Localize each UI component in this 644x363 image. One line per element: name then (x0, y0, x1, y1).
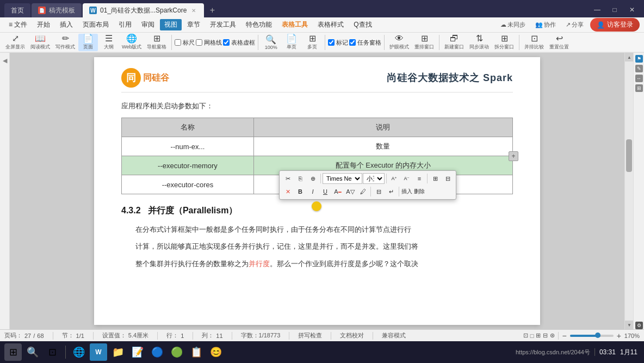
right-panel-icon-4[interactable]: ⊞ (635, 84, 643, 92)
table-cell-name-exec-mem[interactable]: --executor-memory (122, 156, 254, 175)
fmt-enter[interactable]: ↵ (385, 186, 397, 197)
menu-table-style[interactable]: 表格样式 (313, 19, 348, 30)
add-col-button[interactable]: + (509, 151, 518, 161)
fmt-underline[interactable]: U (319, 186, 331, 197)
writing-mode-button[interactable]: ✏ 写作模式 (53, 34, 77, 51)
menu-file[interactable]: ≡ 文件 (4, 19, 32, 30)
zoom-thumb[interactable] (595, 333, 600, 338)
ruler-checkbox[interactable]: 标尺 (175, 39, 195, 47)
taskbar-app6[interactable]: 🟢 (168, 343, 185, 361)
taskbar-word[interactable]: W (90, 343, 107, 361)
new-window-button[interactable]: 🗗 新建窗口 (442, 34, 466, 51)
right-panel-icon-3[interactable]: ↔ (635, 75, 643, 82)
scroll-thumb[interactable] (626, 139, 632, 172)
zoom-display[interactable]: 🔍 100% (261, 34, 281, 51)
taskbar-app5[interactable]: 🔵 (148, 343, 166, 361)
fmt-font-shrink[interactable]: A⁻ (401, 173, 413, 184)
menu-table-tools[interactable]: 表格工具 (277, 19, 312, 30)
tab-home[interactable]: 首页 (4, 3, 30, 17)
fullscreen-button[interactable]: ⤢ 全屏显示 (3, 34, 27, 51)
right-panel-icon-1[interactable]: ⚑ (635, 55, 643, 63)
collaborate-button[interactable]: 👥 协作 (532, 20, 559, 30)
multi-page-button[interactable]: ⊞ 多页 (302, 34, 322, 51)
fmt-delete-btn[interactable]: 删除 (413, 186, 425, 197)
scroll-up-button[interactable]: ▲ (625, 53, 634, 61)
zoom-in-button[interactable]: + (617, 331, 621, 340)
menu-start[interactable]: 开始 (33, 19, 54, 30)
menu-insert[interactable]: 插入 (55, 19, 77, 30)
start-button[interactable]: ⊞ (4, 343, 22, 361)
font-size-select[interactable]: 小五 (363, 173, 385, 184)
spell-check-status[interactable]: 拼写检查 (298, 331, 322, 340)
scroll-track[interactable] (625, 61, 633, 321)
scroll-down-button[interactable]: ▼ (625, 321, 634, 329)
ruler-check-input[interactable] (175, 39, 181, 46)
maximize-button[interactable]: □ (607, 4, 622, 15)
reset-position-button[interactable]: ↩ 重置位置 (547, 34, 571, 51)
menu-chapter[interactable]: 章节 (183, 19, 205, 30)
gridlines-check-input[interactable] (196, 39, 202, 46)
sync-scroll-button[interactable]: ⇅ 同步滚动 (467, 34, 491, 51)
tab-doc1[interactable]: W 01_尚硅谷大数据...SparkCore ✕ (83, 3, 204, 17)
single-page-button[interactable]: 📄 单页 (282, 34, 301, 51)
marks-checkbox[interactable]: 标记 (328, 39, 348, 47)
fmt-font-color[interactable]: A▬ (332, 186, 344, 197)
doc1-tab-close[interactable]: ✕ (190, 7, 197, 14)
taskbar-app7[interactable]: 📋 (188, 343, 205, 361)
taskbar-app8[interactable]: 😊 (207, 343, 225, 361)
sidebar-nav-icon[interactable]: ◀ (3, 57, 7, 64)
menu-review[interactable]: 审阅 (137, 19, 159, 30)
settings-icon[interactable]: ⚙ (635, 322, 643, 329)
taskbar-chrome[interactable]: 🌐 (70, 343, 88, 361)
menu-special[interactable]: 特色功能 (242, 19, 276, 30)
fmt-copy[interactable]: ⎘ (294, 173, 306, 184)
menu-devtools[interactable]: 开发工具 (206, 19, 240, 30)
gridlines-checkbox[interactable]: 网格线 (196, 39, 222, 47)
visit-button[interactable]: 👤 访客登录 (590, 18, 640, 32)
web-view-button[interactable]: 🌐 Web版式 (120, 34, 144, 51)
taskbar-files[interactable]: 📁 (109, 343, 127, 361)
doc-compare-status[interactable]: 文档校对 (340, 331, 364, 340)
fmt-cut[interactable]: ✂ (282, 173, 294, 184)
view-icon-1[interactable]: ⊡ (523, 332, 528, 339)
fmt-line-spacing[interactable]: ≡ (413, 173, 425, 184)
font-family-select[interactable]: Times Ne (323, 173, 362, 184)
sync-button[interactable]: ☁ 未同步 (497, 20, 529, 30)
menu-search[interactable]: Q查找 (349, 19, 376, 30)
compare-button[interactable]: ⊡ 并排比较 (522, 34, 546, 51)
fmt-bold[interactable]: B (294, 186, 306, 197)
task-view-button[interactable]: ⊡ (44, 343, 61, 361)
fmt-italic[interactable]: I (307, 186, 319, 197)
table-cell-name[interactable]: --num-ex... (122, 137, 254, 156)
new-tab-button[interactable]: + (205, 3, 219, 17)
view-icon-2[interactable]: □ (530, 333, 534, 339)
fmt-clear[interactable]: ✕ (282, 186, 294, 197)
right-panel-icon-2[interactable]: ✎ (635, 65, 643, 72)
table-cell-name-cores[interactable]: --executor-cores (122, 175, 254, 194)
fmt-paste[interactable]: ⊕ (307, 173, 319, 184)
zoom-out-button[interactable]: − (562, 331, 566, 340)
rearrange-button[interactable]: ⊞ 重排窗口 (412, 34, 436, 51)
marks-check-input[interactable] (328, 39, 335, 46)
split-window-button[interactable]: ⊞ 拆分窗口 (492, 34, 516, 51)
nav-pane-button[interactable]: ⊞ 导航窗格 (145, 34, 169, 51)
task-pane-checkbox[interactable]: 任务窗格 (349, 39, 381, 47)
view-icon-3[interactable]: ⊞ (536, 332, 541, 339)
zoom-slider[interactable] (570, 335, 614, 337)
fmt-font-enlarge[interactable]: A⁺ (388, 173, 400, 184)
fmt-table-delete[interactable]: ⊟ (442, 173, 454, 184)
fmt-merge[interactable]: ⊟ (373, 186, 385, 197)
fmt-highlight[interactable]: A▽ (344, 186, 356, 197)
fmt-table-insert[interactable]: ⊞ (429, 173, 441, 184)
menu-reference[interactable]: 引用 (114, 19, 136, 30)
outline-button[interactable]: ☰ 大纲 (99, 34, 119, 51)
search-taskbar-button[interactable]: 🔍 (24, 343, 41, 361)
task-pane-check-input[interactable] (349, 39, 356, 46)
menu-layout[interactable]: 页面布局 (78, 19, 113, 30)
view-icon-4[interactable]: ⊟ (543, 332, 548, 339)
share-button[interactable]: ↗ 分享 (562, 20, 587, 30)
menu-view[interactable]: 视图 (160, 19, 182, 30)
tab-template[interactable]: 📄 稿壳模板 (32, 3, 82, 17)
taskbar-vscode[interactable]: 📝 (129, 343, 146, 361)
fmt-insert-btn[interactable]: 插入 (401, 186, 413, 197)
